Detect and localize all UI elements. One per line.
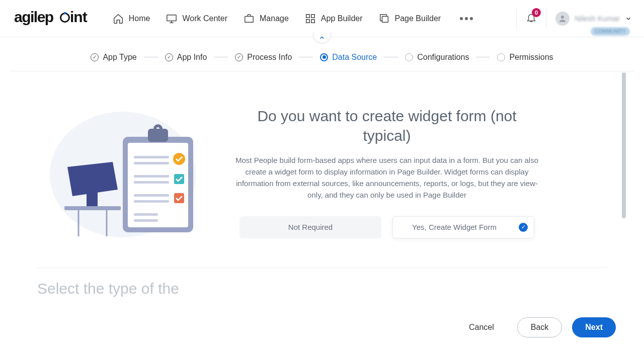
- button-label: Back: [531, 323, 549, 332]
- wizard-step-app-info[interactable]: App Info: [165, 53, 207, 62]
- topbar-right: 0 Nilesh Kumar: [516, 9, 632, 29]
- section-description: Most People build form-based apps where …: [233, 154, 540, 201]
- option-not-required[interactable]: Not Required: [239, 216, 381, 238]
- illustration: [42, 102, 203, 242]
- wizard-step-label: Configurations: [417, 53, 469, 62]
- notification-count: 0: [532, 8, 541, 17]
- step-separator: [144, 57, 158, 58]
- wizard-step-data-source[interactable]: Data Source: [320, 53, 377, 62]
- nav-page-builder[interactable]: Page Builder: [379, 13, 441, 24]
- user-tag: COMMUNITY: [591, 27, 630, 36]
- top-navigation: agilep int Home Work Center Manage: [0, 0, 644, 37]
- svg-rect-28: [174, 193, 184, 203]
- grid-icon: [305, 13, 316, 24]
- svg-point-13: [561, 16, 564, 19]
- svg-point-26: [173, 153, 185, 165]
- footer-actions: Cancel Back Next: [0, 307, 644, 348]
- wizard-step-label: Process Info: [247, 53, 292, 62]
- divider: [516, 9, 517, 29]
- svg-text:agilep: agilep: [14, 9, 54, 25]
- divider: [546, 9, 546, 29]
- step-separator: [299, 57, 313, 58]
- svg-rect-29: [87, 192, 98, 208]
- avatar: [555, 12, 570, 26]
- option-label: Yes, Create Widget Form: [412, 223, 497, 231]
- wizard-step-configurations[interactable]: Configurations: [405, 53, 469, 62]
- svg-rect-17: [148, 129, 168, 142]
- svg-rect-20: [134, 175, 169, 178]
- button-label: Next: [585, 323, 603, 332]
- svg-rect-9: [311, 14, 314, 17]
- collapse-toggle[interactable]: [313, 32, 331, 43]
- svg-rect-19: [134, 162, 169, 164]
- option-yes-create[interactable]: Yes, Create Widget Form ✓: [392, 216, 534, 238]
- svg-rect-4: [167, 15, 176, 21]
- svg-rect-7: [245, 16, 254, 22]
- button-label: Cancel: [469, 323, 494, 332]
- wizard-step-process-info[interactable]: Process Info: [235, 53, 292, 62]
- svg-rect-21: [134, 181, 169, 184]
- home-icon: [113, 13, 124, 24]
- svg-rect-23: [134, 200, 169, 203]
- next-button[interactable]: Next: [572, 317, 616, 337]
- section-text: Do you want to create widget form (not t…: [233, 106, 540, 238]
- svg-rect-24: [134, 213, 158, 216]
- check-icon: ✓: [519, 223, 528, 232]
- nav-home-label: Home: [129, 14, 150, 23]
- cancel-button[interactable]: Cancel: [456, 317, 507, 337]
- chevron-down-icon: [625, 15, 632, 22]
- wizard-container: App Type App Info Process Info Data Sour…: [9, 43, 635, 302]
- section-title: Do you want to create widget form (not t…: [233, 106, 540, 145]
- nav-items: Home Work Center Manage App Builder Page…: [69, 13, 516, 24]
- svg-point-2: [64, 12, 66, 14]
- content-area: Do you want to create widget form (not t…: [18, 71, 626, 302]
- copy-icon: [379, 13, 390, 24]
- user-name: Nilesh Kumar: [575, 14, 620, 23]
- nav-home[interactable]: Home: [113, 13, 150, 24]
- nav-manage-label: Manage: [260, 14, 289, 23]
- user-menu[interactable]: Nilesh Kumar: [555, 12, 632, 26]
- next-section-title: Select the type of the: [37, 280, 607, 297]
- wizard-step-label: App Type: [103, 53, 136, 62]
- wizard-step-app-type[interactable]: App Type: [91, 53, 136, 62]
- svg-rect-22: [134, 194, 169, 197]
- svg-rect-18: [134, 156, 169, 158]
- nav-page-builder-label: Page Builder: [395, 14, 441, 23]
- nav-manage[interactable]: Manage: [244, 13, 289, 24]
- nav-work-center-label: Work Center: [182, 14, 227, 23]
- nav-work-center[interactable]: Work Center: [166, 13, 227, 24]
- scrollbar-thumb[interactable]: [622, 72, 626, 218]
- widget-form-section: Do you want to create widget form (not t…: [37, 86, 607, 268]
- svg-rect-11: [311, 19, 314, 22]
- step-separator: [214, 57, 228, 58]
- svg-rect-30: [64, 206, 121, 210]
- svg-rect-8: [306, 14, 309, 17]
- wizard-step-label: Permissions: [509, 53, 553, 62]
- monitor-icon: [166, 13, 177, 24]
- nav-app-builder[interactable]: App Builder: [305, 13, 363, 24]
- step-separator: [384, 57, 398, 58]
- svg-point-1: [61, 13, 69, 22]
- wizard-step-permissions[interactable]: Permissions: [497, 53, 553, 62]
- back-button[interactable]: Back: [517, 317, 562, 337]
- chevron-up-icon: [318, 34, 326, 41]
- option-row: Not Required Yes, Create Widget Form ✓: [233, 216, 540, 238]
- step-separator: [476, 57, 490, 58]
- nav-more[interactable]: [460, 17, 473, 20]
- option-label: Not Required: [288, 223, 333, 231]
- wizard-step-label: App Info: [177, 53, 207, 62]
- wizard-steps: App Type App Info Process Info Data Sour…: [10, 43, 634, 71]
- briefcase-icon: [244, 13, 255, 24]
- notifications-button[interactable]: 0: [526, 12, 537, 25]
- wizard-step-label: Data Source: [332, 53, 377, 62]
- nav-app-builder-label: App Builder: [321, 14, 363, 23]
- svg-rect-27: [174, 174, 184, 184]
- svg-rect-10: [306, 19, 309, 22]
- svg-rect-12: [382, 16, 388, 22]
- svg-rect-25: [134, 219, 158, 222]
